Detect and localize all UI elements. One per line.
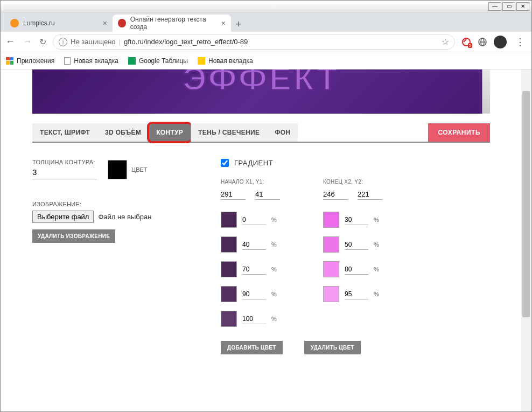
page-viewport: ЭФФЕКТ ТЕКСТ, ШРИФТ 3D ОБЪЁМ КОНТУР ТЕНЬ… <box>1 69 531 411</box>
bookmark-star-icon[interactable]: ☆ <box>442 37 449 47</box>
gradient-stop-input[interactable] <box>345 215 368 225</box>
gradient-stop-swatch[interactable] <box>221 212 237 228</box>
gradient-y1-input[interactable] <box>255 189 280 200</box>
document-icon <box>64 57 71 65</box>
extension-adblock-icon[interactable]: 5 <box>461 37 471 47</box>
tab-title: Lumpics.ru <box>23 19 55 27</box>
back-button[interactable]: ← <box>5 36 16 47</box>
bookmark-label: Новая вкладка <box>208 57 253 65</box>
new-tab-button[interactable]: + <box>231 17 246 32</box>
percent-label: % <box>271 266 277 273</box>
gradient-stop-swatch[interactable] <box>221 236 237 253</box>
url-text: gfto.ru/index/logo_text_retro_effect/0-8… <box>124 38 248 46</box>
gradient-stop-row: % <box>323 212 404 228</box>
file-status-text: Файл не выбран <box>98 213 151 221</box>
bookmark-item[interactable]: Google Таблицы <box>128 57 188 65</box>
tab-title: Онлайн генератор текста созда <box>130 16 217 31</box>
tab-text-font[interactable]: ТЕКСТ, ШРИФТ <box>32 123 97 142</box>
browser-tab-0[interactable]: Lumpics.ru × <box>5 15 113 32</box>
editor-tab-row: ТЕКСТ, ШРИФТ 3D ОБЪЁМ КОНТУР ТЕНЬ / СВЕЧ… <box>32 123 490 143</box>
gradient-stop-swatch[interactable] <box>221 261 237 277</box>
info-icon[interactable]: i <box>59 38 67 46</box>
apps-grid-icon <box>6 57 13 65</box>
bookmark-label: Google Таблицы <box>139 57 188 65</box>
gradient-label: ГРАДИЕНТ <box>234 159 273 167</box>
close-icon[interactable]: × <box>103 19 107 27</box>
extension-badge: 5 <box>468 43 472 48</box>
gradient-stop-swatch[interactable] <box>323 212 339 228</box>
bookmark-item[interactable]: Новая вкладка <box>198 57 253 65</box>
save-button[interactable]: СОХРАНИТЬ <box>428 123 490 142</box>
percent-label: % <box>374 241 379 248</box>
gradient-stop-swatch[interactable] <box>221 311 237 327</box>
gradient-right-stops: %%%% <box>323 212 404 302</box>
gradient-stop-row: % <box>221 236 302 253</box>
browser-toolbar: ← → ↻ i Не защищено | gfto.ru/index/logo… <box>1 32 531 52</box>
gradient-stop-row: % <box>323 261 404 277</box>
delete-color-button[interactable]: УДАЛИТЬ ЦВЕТ <box>304 341 361 354</box>
percent-label: % <box>374 217 379 223</box>
forward-button: → <box>22 36 33 47</box>
gradient-x1-input[interactable] <box>221 189 246 200</box>
gradient-stop-input[interactable] <box>345 289 368 299</box>
thickness-label: ТОЛЩИНА КОНТУРА: <box>32 159 97 165</box>
gradient-stop-input[interactable] <box>242 264 266 275</box>
browser-tab-1[interactable]: Онлайн генератор текста созда × <box>113 15 231 32</box>
gradient-stop-swatch[interactable] <box>221 286 237 302</box>
outline-color-swatch[interactable] <box>108 160 127 179</box>
percent-label: % <box>271 241 277 248</box>
choose-file-button[interactable]: Выберите файл <box>32 211 94 223</box>
gradient-y2-input[interactable] <box>358 189 382 200</box>
thickness-input[interactable] <box>32 165 97 179</box>
profile-avatar[interactable] <box>494 36 507 48</box>
globe-icon[interactable] <box>478 37 487 47</box>
security-status: Не защищено <box>71 38 116 46</box>
gradient-stop-swatch[interactable] <box>323 236 339 253</box>
window-maximize[interactable]: ▭ <box>502 2 515 11</box>
gradient-stop-input[interactable] <box>242 240 266 250</box>
gradient-left-stops: %%%%% <box>221 212 302 327</box>
bookmark-label: Новая вкладка <box>74 57 118 65</box>
reload-button[interactable]: ↻ <box>39 37 46 47</box>
gradient-stop-input[interactable] <box>242 215 266 225</box>
sheets-icon <box>128 57 136 65</box>
yandex-icon <box>198 57 205 65</box>
gradient-stop-input[interactable] <box>345 264 368 275</box>
bookmark-apps[interactable]: Приложения <box>6 57 54 65</box>
favicon-icon <box>10 19 19 27</box>
gradient-stop-input[interactable] <box>345 240 368 250</box>
gradient-end-label: КОНЕЦ X2, Y2: <box>323 179 404 185</box>
close-icon[interactable]: × <box>221 19 226 27</box>
scrollbar-thumb[interactable] <box>522 91 530 317</box>
tab-background[interactable]: ФОН <box>267 123 298 142</box>
gradient-stop-row: % <box>221 212 302 228</box>
percent-label: % <box>374 291 379 297</box>
gradient-start-label: НАЧАЛО X1, Y1: <box>221 179 302 185</box>
address-bar[interactable]: i Не защищено | gfto.ru/index/logo_text_… <box>53 34 455 50</box>
bookmark-item[interactable]: Новая вкладка <box>64 57 118 65</box>
vertical-scrollbar[interactable] <box>521 69 531 411</box>
window-close[interactable]: ✕ <box>516 2 529 11</box>
add-color-button[interactable]: ДОБАВИТЬ ЦВЕТ <box>221 341 283 354</box>
favicon-icon <box>118 19 126 27</box>
gradient-stop-swatch[interactable] <box>323 261 339 277</box>
preview-text: ЭФФЕКТ <box>143 69 380 106</box>
gradient-stop-row: % <box>221 286 302 302</box>
tab-shadow-glow[interactable]: ТЕНЬ / СВЕЧЕНИЕ <box>191 123 267 142</box>
browser-menu-button[interactable]: ⋮ <box>513 36 527 48</box>
gradient-stop-swatch[interactable] <box>323 286 339 302</box>
bookmark-label: Приложения <box>17 57 54 65</box>
color-label: ЦВЕТ <box>131 166 148 173</box>
gradient-stop-input[interactable] <box>242 289 266 299</box>
percent-label: % <box>271 217 277 223</box>
percent-label: % <box>374 266 379 273</box>
tab-3d-volume[interactable]: 3D ОБЪЁМ <box>97 123 149 142</box>
gradient-checkbox[interactable] <box>221 159 229 167</box>
bookmarks-bar: Приложения Новая вкладка Google Таблицы … <box>1 52 531 69</box>
gradient-stop-input[interactable] <box>242 314 266 324</box>
gradient-x2-input[interactable] <box>323 189 348 200</box>
window-minimize[interactable]: — <box>488 2 501 11</box>
delete-image-button[interactable]: УДАЛИТЬ ИЗОБРАЖЕНИЕ <box>32 229 115 243</box>
tab-outline[interactable]: КОНТУР <box>149 123 191 142</box>
window-titlebar: — ▭ ✕ <box>1 1 531 12</box>
